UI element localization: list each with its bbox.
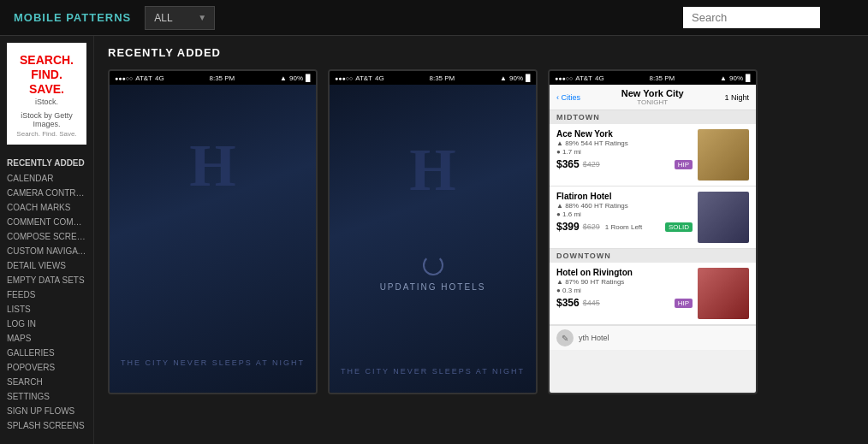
phone3-flatiron-rating: ▲ 88% 460 HT Ratings [556,202,693,210]
sidebar-item-splash-screens[interactable]: SPLASH SCREENS [0,418,93,433]
sidebar-item-log-in[interactable]: LOG IN [0,317,93,331]
topbar: MOBILE PATTERNS ALL iOS Android ▼ [0,0,868,36]
phone2-carrier: AT&T [355,74,372,82]
phone2-statusbar: ●●●○○ AT&T 4G 8:35 PM ▲ 90% ▉ [330,71,536,85]
phone1-statusbar: ●●●○○ AT&T 4G 8:35 PM ▲ 90% ▉ [110,71,316,85]
sidebar-item-compose-screens[interactable]: COMPOSE SCREENS [0,229,93,244]
phone1-status-left: ●●●○○ AT&T 4G [115,74,164,82]
filter-dropdown-wrapper: ALL iOS Android ▼ [145,6,206,30]
phone3-carrier: AT&T [575,74,592,82]
sidebar-item-maps[interactable]: MAPS [0,331,93,346]
phone-1: ●●●○○ AT&T 4G 8:35 PM ▲ 90% ▉ H THE CITY… [108,69,318,394]
phone3-body: ‹ Cities New York City TONIGHT 1 Night M… [550,85,756,393]
phone3-city-name: New York City [621,88,684,98]
phone3-avatar-icon: ✎ [556,329,574,346]
phone3-rivington-distance: ● 0.3 mi [556,287,693,294]
sidebar-item-popovers[interactable]: POPOVERS [0,360,93,375]
sidebar-item-feeds[interactable]: FEEDS [0,287,93,302]
sidebar-item-galleries[interactable]: GALLERIES [0,346,93,360]
phone2-network: 4G [375,74,384,82]
phone3-hotel-list-bg: ‹ Cities New York City TONIGHT 1 Night M… [550,85,756,393]
phone3-time: 8:35 PM [649,74,675,82]
search-input[interactable] [683,7,820,28]
sidebar-item-custom-navigation[interactable]: CUSTOM NAVIGATION [0,244,93,258]
phone3-hotel-flatiron[interactable]: Flatiron Hotel ▲ 88% 460 HT Ratings ● 1.… [550,186,756,249]
phone2-location-icon: ▲ [500,74,507,82]
phone1-location-icon: ▲ [280,74,287,82]
phone3-ace-info: Ace New York ▲ 89% 544 HT Ratings ● 1.7 … [556,129,693,181]
phone3-downtown-header: DOWNTOWN [550,249,756,263]
phone3-status-left: ●●●○○ AT&T 4G [555,74,604,82]
phone1-time: 8:35 PM [209,74,235,82]
sidebar-item-empty-data-sets[interactable]: EMPTY DATA SETS [0,273,93,287]
phone3-flatiron-image [698,192,749,243]
phone3-battery-icon: ▉ [746,74,751,82]
phone1-status-right: ▲ 90% ▉ [280,74,311,82]
phone2-time: 8:35 PM [429,74,455,82]
phone3-rivington-original-price: $445 [583,299,600,307]
phone3-hotel-ace[interactable]: Ace New York ▲ 89% 544 HT Ratings ● 1.7 … [550,124,756,186]
phone3-rivington-badge: HIP [675,299,693,308]
phone3-flatiron-img-placeholder [698,192,749,243]
phone3-flatiron-price: $399 [556,221,580,233]
phone3-rivington-rating: ▲ 87% 90 HT Ratings [556,278,693,286]
phone3-rivington-image [698,268,749,319]
istock-by-getty: iStock by Getty Images. [14,111,80,128]
phone-2: ●●●○○ AT&T 4G 8:35 PM ▲ 90% ▉ H [328,69,538,394]
phone3-rivington-price: $356 [556,297,580,309]
phone1-battery-icon: ▉ [306,74,311,82]
sidebar-item-settings[interactable]: SETTINGS [0,389,93,404]
search-wrapper [683,7,820,28]
istock-tagline-text: SEARCH. FIND. SAVE. [17,53,76,96]
phone3-nav-tonight: TONIGHT [621,98,684,106]
phone3-rivington-price-row: $356 $445 HIP [556,297,693,309]
phone3-hotel-rivington[interactable]: Hotel on Rivington ▲ 87% 90 HT Ratings ●… [550,263,756,325]
phone3-flatiron-rooms-left: 1 Room Left [605,223,643,231]
phone1-network: 4G [155,74,164,82]
phone3-network: 4G [595,74,604,82]
sidebar-item-sign-up-flows[interactable]: SIGN UP FLOWS [0,404,93,418]
phone3-nights: 1 Night [724,93,749,102]
phone2-status-right: ▲ 90% ▉ [500,74,531,82]
sidebar-item-detail-views[interactable]: DETAIL VIEWS [0,258,93,273]
phone3-ace-img-placeholder [698,129,749,181]
phone3-partial-hotel-name: yth Hotel [579,334,609,342]
sidebar: SEARCH. FIND. SAVE. iStock. iStock by Ge… [0,36,94,444]
phone2-spinner-icon [423,255,443,275]
phone2-hotel-logo: H [409,136,455,204]
phone2-status-left: ●●●○○ AT&T 4G [335,74,384,82]
phones-row: ●●●○○ AT&T 4G 8:35 PM ▲ 90% ▉ H THE CITY… [108,69,854,394]
phone3-flatiron-price-row: $399 $629 1 Room Left SOLID [556,221,693,233]
phone3-battery-pct: 90% [729,74,743,82]
phone3-signal: ●●●○○ [555,75,573,81]
phone3-midtown-header: MIDTOWN [550,110,756,124]
sidebar-item-camera-controller[interactable]: CAMERA CONTROLLER [0,186,93,200]
phone3-navbar: ‹ Cities New York City TONIGHT 1 Night [550,85,756,110]
phone3-partial-hotel-row: ✎ yth Hotel [550,325,756,350]
phone3-status-right: ▲ 90% ▉ [720,74,751,82]
phone3-nav-title-block: New York City TONIGHT [621,88,684,106]
phone3-flatiron-info: Flatiron Hotel ▲ 88% 460 HT Ratings ● 1.… [556,192,693,243]
main-layout: SEARCH. FIND. SAVE. iStock. iStock by Ge… [0,36,868,444]
app-title: MOBILE PATTERNS [14,11,131,24]
sidebar-item-calendar[interactable]: CALENDAR [0,171,93,186]
sidebar-item-lists[interactable]: LISTS [0,302,93,317]
sidebar-item-coach-marks[interactable]: COACH MARKS [0,200,93,215]
sidebar-recently-added-header: RECENTLY ADDED [0,151,93,171]
sidebar-item-comment-compose[interactable]: COMMENT COMPOSE [0,215,93,229]
istock-slogan: Search. Find. Save. [14,130,80,138]
filter-dropdown[interactable]: ALL iOS Android [145,6,215,30]
phone1-signal: ●●●○○ [115,75,133,81]
content-area: RECENTLY ADDED ●●●○○ AT&T 4G 8:35 PM ▲ 9… [94,36,868,444]
phone3-back-button[interactable]: ‹ Cities [556,93,580,102]
phone3-flatiron-name: Flatiron Hotel [556,192,693,201]
phone3-ace-rating: ▲ 89% 544 HT Ratings [556,139,693,147]
phone1-hotel-logo: H [189,136,235,196]
istock-brand: iStock. [17,98,76,106]
phone3-flatiron-badge: SOLID [665,222,693,232]
phone2-update-section: UPDATING HOTELS [380,255,486,292]
phone3-ace-price-row: $365 $429 HIP [556,158,693,170]
phone1-splash-bg: H THE CITY NEVER SLEEPS AT NIGHT [110,85,316,393]
sidebar-item-search[interactable]: SEARCH [0,375,93,389]
phone3-statusbar: ●●●○○ AT&T 4G 8:35 PM ▲ 90% ▉ [550,71,756,85]
